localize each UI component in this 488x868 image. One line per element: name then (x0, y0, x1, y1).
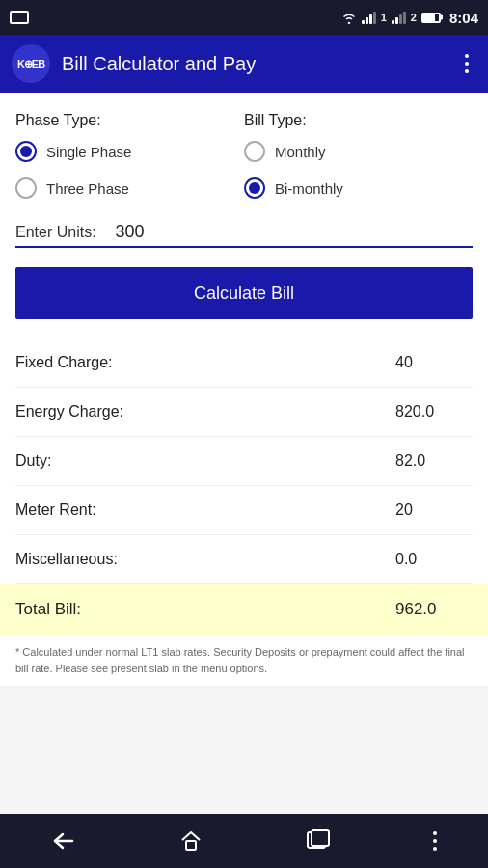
energy-charge-label: Energy Charge: (15, 403, 395, 420)
meter-rent-row: Meter Rent: 20 (15, 486, 473, 535)
calculate-button[interactable]: Calculate Bill (15, 267, 473, 319)
duty-value: 82.0 (395, 452, 473, 470)
duty-row: Duty: 82.0 (15, 437, 473, 486)
energy-charge-value: 820.0 (395, 403, 473, 420)
overflow-menu-button[interactable] (457, 50, 476, 77)
status-left-icons (10, 11, 29, 24)
fixed-charge-row: Fixed Charge: 40 (15, 339, 473, 388)
miscellaneous-row: Miscellaneous: 0.0 (15, 535, 473, 584)
network-1-label: 1 (381, 12, 387, 23)
status-bar: 1 2 8:04 (0, 0, 488, 35)
time-display: 8:04 (449, 10, 478, 26)
bimonthly-label: Bi-monthly (275, 180, 343, 197)
total-bill-row: Total Bill: 962.0 (0, 584, 488, 635)
monthly-label: Monthly (275, 144, 326, 160)
status-right-icons: 1 2 8:04 (341, 10, 478, 26)
units-label: Enter Units: (15, 224, 96, 241)
monthly-option[interactable]: Monthly (244, 141, 473, 162)
signal-2-icon (392, 11, 406, 24)
units-input[interactable] (116, 222, 473, 242)
type-selection-row: Phase Type: Single Phase Three Phase Bil… (15, 112, 473, 214)
single-phase-option[interactable]: Single Phase (15, 141, 244, 162)
monthly-radio[interactable] (244, 141, 265, 162)
phase-type-label: Phase Type: (15, 112, 244, 129)
miscellaneous-label: Miscellaneous: (15, 551, 395, 568)
nav-recents-button[interactable] (290, 821, 346, 861)
bill-type-label: Bill Type: (244, 112, 473, 129)
miscellaneous-value: 0.0 (395, 551, 473, 568)
single-phase-label: Single Phase (46, 144, 131, 160)
svg-rect-1 (186, 841, 196, 850)
three-phase-option[interactable]: Three Phase (15, 177, 244, 199)
main-content: Phase Type: Single Phase Three Phase Bil… (0, 93, 488, 339)
home-icon (178, 828, 203, 854)
fixed-charge-label: Fixed Charge: (15, 354, 395, 371)
app-logo: K⊕EB (12, 44, 50, 83)
nav-back-button[interactable] (36, 823, 92, 859)
bimonthly-option[interactable]: Bi-monthly (244, 177, 473, 199)
back-icon (51, 830, 76, 852)
three-phase-label: Three Phase (46, 180, 129, 197)
svg-rect-3 (312, 830, 329, 846)
nav-bar (0, 814, 488, 868)
phase-type-section: Phase Type: Single Phase Three Phase (15, 112, 244, 214)
nav-home-button[interactable] (163, 821, 219, 861)
app-bar: K⊕EB Bill Calculator and Pay (0, 35, 488, 93)
meter-rent-label: Meter Rent: (15, 502, 395, 519)
results-section: Fixed Charge: 40 Energy Charge: 820.0 Du… (0, 339, 488, 635)
nav-more-button[interactable] (418, 824, 452, 858)
wifi-icon (341, 12, 357, 24)
bimonthly-radio-fill (249, 182, 260, 194)
duty-label: Duty: (15, 452, 395, 470)
more-icon (433, 831, 437, 851)
app-title: Bill Calculator and Pay (62, 53, 446, 75)
battery-icon (421, 13, 441, 23)
network-2-label: 2 (411, 12, 417, 23)
bill-type-section: Bill Type: Monthly Bi-monthly (244, 112, 473, 214)
single-phase-radio-fill (20, 146, 32, 157)
disclaimer-text: * Calculated under normal LT1 slab rates… (0, 635, 488, 686)
recents-icon (306, 828, 331, 854)
units-row: Enter Units: (15, 222, 473, 248)
single-phase-radio[interactable] (15, 141, 37, 162)
meter-rent-value: 20 (395, 502, 473, 519)
energy-charge-row: Energy Charge: 820.0 (15, 388, 473, 437)
total-bill-value: 962.0 (395, 600, 473, 619)
three-phase-radio[interactable] (15, 177, 37, 199)
bimonthly-radio[interactable] (244, 177, 265, 199)
fixed-charge-value: 40 (395, 354, 473, 371)
signal-1-icon (362, 11, 376, 24)
total-bill-label: Total Bill: (15, 600, 395, 619)
screen-icon (10, 11, 29, 24)
